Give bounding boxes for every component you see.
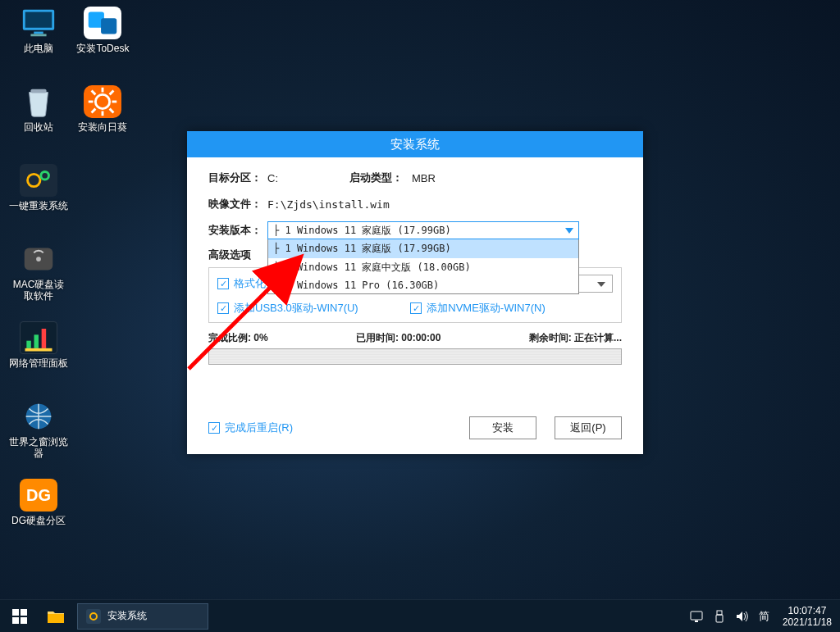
target-partition-label: 目标分区： (208, 171, 267, 185)
desktop-label: 安装ToDesk (72, 43, 133, 54)
version-select[interactable]: ├ 1 Windows 11 家庭版 (17.99GB) (267, 221, 579, 239)
taskbar: 安装系统 简 10:07:47 2021/11/18 (0, 599, 840, 632)
version-option-3[interactable]: └ 3 Windows 11 Pro (16.30GB) (268, 277, 578, 293)
desktop-label: 回收站 (8, 121, 69, 133)
elapsed-label: 已用时间: (356, 332, 399, 343)
dg-icon: DG (20, 479, 57, 512)
gear-icon (86, 609, 101, 624)
sunflower-icon (84, 85, 121, 118)
version-option-1[interactable]: ├ 1 Windows 11 家庭版 (17.99GB) (268, 239, 578, 258)
svg-rect-10 (34, 334, 39, 348)
taskbar-task-installer[interactable]: 安装系统 (77, 603, 208, 630)
desktop-icon-reinstall[interactable]: 一键重装系统 (8, 164, 69, 231)
usb3-label: 添加USB3.0驱动-WIN7(U) (234, 301, 358, 316)
svg-rect-26 (12, 609, 19, 616)
task-label: 安装系统 (107, 609, 147, 623)
svg-rect-34 (717, 611, 722, 615)
bars-icon (20, 321, 57, 354)
desktop-icon-dg[interactable]: DG DG硬盘分区 (8, 479, 69, 546)
boot-type-label: 启动类型： (349, 171, 412, 185)
target-partition-value: C: (267, 172, 349, 184)
desktop-icon-this-pc[interactable]: 此电脑 (8, 7, 69, 74)
nvme-label: 添加NVME驱动-WIN7(N) (427, 301, 545, 316)
desktop-label: 世界之窗浏览 器 (8, 436, 69, 459)
svg-line-24 (92, 109, 96, 113)
desktop-label: DG硬盘分区 (8, 515, 69, 526)
version-option-2[interactable]: ├ 2 Windows 11 家庭中文版 (18.00GB) (268, 258, 578, 277)
desktop-icon-sunflower[interactable]: 安装向日葵 (72, 85, 133, 152)
svg-point-6 (41, 171, 49, 180)
svg-rect-9 (26, 341, 31, 348)
tray-volume-icon[interactable] (731, 600, 754, 633)
disk-icon (20, 243, 57, 275)
usb3-checkbox[interactable]: ✓ 添加USB3.0驱动-WIN7(U) (217, 301, 358, 316)
svg-rect-33 (695, 621, 698, 622)
svg-line-21 (92, 91, 96, 95)
gears-icon (20, 164, 57, 197)
desktop-label: 一键重装系统 (8, 200, 69, 211)
desktop-label: 此电脑 (8, 43, 69, 54)
tray-network-icon[interactable] (685, 600, 708, 633)
remaining-value: 正在计算... (574, 332, 622, 343)
svg-rect-32 (691, 612, 702, 620)
image-file-value: F:\Zjds\install.wim (267, 198, 390, 211)
svg-rect-3 (30, 34, 46, 36)
progress-label: 完成比例: (208, 332, 251, 343)
todesk-icon (84, 7, 121, 39)
svg-rect-29 (21, 617, 27, 624)
tray-usb-icon[interactable] (708, 600, 731, 633)
chevron-down-icon (565, 228, 573, 234)
tray-date: 2021/11/18 (783, 616, 832, 628)
desktop-label: MAC硬盘读 取软件 (8, 279, 69, 302)
svg-point-16 (96, 94, 110, 108)
check-icon: ✓ (217, 278, 229, 289)
nvme-checkbox[interactable]: ✓ 添加NVME驱动-WIN7(N) (410, 301, 545, 316)
remaining-label: 剩余时间: (529, 332, 572, 343)
reboot-label: 完成后重启(R) (225, 421, 293, 435)
desktop-icon-todesk[interactable]: 安装ToDesk (72, 7, 133, 74)
image-file-label: 映像文件： (208, 197, 267, 211)
taskbar-explorer[interactable] (39, 600, 72, 633)
version-dropdown: ├ 1 Windows 11 家庭版 (17.99GB) ├ 2 Windows… (267, 239, 579, 294)
tray-time: 10:07:47 (783, 605, 832, 616)
chevron-down-icon (597, 282, 605, 287)
tray-ime[interactable]: 简 (754, 609, 774, 624)
svg-rect-28 (12, 617, 19, 624)
desktop-icon-mac-disk[interactable]: MAC硬盘读 取软件 (8, 243, 69, 310)
install-button[interactable]: 安装 (469, 416, 536, 439)
system-tray: 简 10:07:47 2021/11/18 (685, 600, 840, 632)
svg-rect-11 (42, 329, 47, 348)
svg-point-8 (36, 257, 41, 261)
start-button[interactable] (0, 600, 39, 633)
svg-line-23 (110, 91, 114, 95)
windows-icon (12, 609, 27, 624)
monitor-icon (20, 7, 57, 39)
desktop: 此电脑 回收站 一键重装系统 MAC硬盘读 取软件 网络管理面板 (8, 7, 133, 557)
desktop-icon-browser[interactable]: 世界之窗浏览 器 (8, 400, 69, 467)
svg-line-22 (110, 109, 114, 113)
tray-clock[interactable]: 10:07:47 2021/11/18 (774, 605, 840, 628)
boot-type-value: MBR (412, 172, 436, 184)
progress-bar (208, 348, 622, 365)
svg-rect-35 (716, 615, 723, 622)
install-version-label: 安装版本： (208, 223, 267, 238)
svg-point-31 (90, 613, 97, 620)
check-icon: ✓ (208, 422, 220, 434)
svg-rect-1 (25, 12, 52, 28)
globe-icon (20, 400, 57, 433)
window-title: 安装系统 (187, 131, 643, 157)
progress-value: 0% (253, 332, 267, 343)
elapsed-value: 00:00:00 (401, 332, 441, 343)
svg-rect-4 (30, 89, 46, 93)
desktop-label: 安装向日葵 (72, 121, 133, 133)
back-button[interactable]: 返回(P) (555, 416, 622, 439)
svg-rect-12 (25, 348, 52, 352)
svg-point-5 (28, 174, 40, 186)
installer-window: 安装系统 目标分区： C: 启动类型： MBR 映像文件： F:\Zjds\in… (187, 131, 643, 454)
desktop-icon-network-panel[interactable]: 网络管理面板 (8, 321, 69, 389)
check-icon: ✓ (410, 302, 422, 314)
check-icon: ✓ (217, 302, 229, 314)
reboot-checkbox[interactable]: ✓ 完成后重启(R) (208, 421, 293, 435)
svg-rect-2 (34, 32, 43, 34)
desktop-icon-recycle-bin[interactable]: 回收站 (8, 85, 69, 152)
